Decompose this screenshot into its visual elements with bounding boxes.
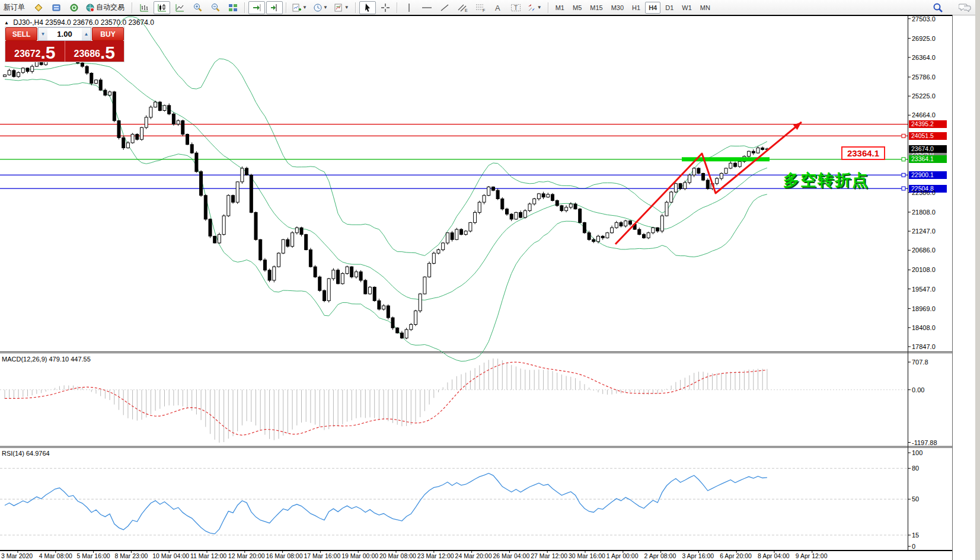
- mt4-window: { "toolbar": { "new_order_label": "新订单",…: [0, 0, 980, 560]
- volume-decrease-button[interactable]: ▼: [39, 28, 47, 40]
- time-axis-label: 8 Apr 04:00: [758, 552, 790, 559]
- sell-button[interactable]: SELL: [5, 27, 37, 41]
- rsi-axis-tick: 50: [912, 495, 919, 503]
- price-annotation-box[interactable]: 23364.1: [841, 146, 885, 160]
- price-line-label[interactable]: 23364.1: [909, 155, 947, 163]
- buy-price-pips: .5: [100, 45, 115, 60]
- trade-buttons-row: SELL ▼ ▲ BUY: [5, 27, 124, 41]
- time-axis-label: 3 Mar 2020: [1, 552, 33, 559]
- rsi-axis-tick: 80: [912, 465, 919, 472]
- rsi-indicator-label: RSI(14) 64.9764: [2, 450, 50, 457]
- time-axis-label: 3 Apr 16:00: [682, 552, 714, 559]
- sell-price-pips: .5: [40, 45, 55, 60]
- chart-header: ▲ DJ30-,H4 23594.0 23676.0 23570.0 23674…: [4, 18, 154, 27]
- price-axis-tick: 25225.0: [912, 92, 936, 100]
- rsi-axis-tick: 100: [912, 449, 922, 456]
- buy-button[interactable]: BUY: [92, 27, 124, 41]
- price-axis-tick: 17847.0: [912, 343, 936, 350]
- time-axis-label: 24 Mar 20:00: [455, 552, 492, 559]
- time-axis-label: 10 Mar 04:00: [152, 552, 189, 559]
- macd-axis-tick: 707.8: [912, 359, 928, 366]
- time-axis-label: 2 Apr 08:00: [644, 552, 676, 559]
- macd-indicator-label: MACD(12,26,9) 479.10 447.55: [2, 356, 91, 363]
- time-axis-label: 17 Mar 16:00: [304, 552, 340, 559]
- price-axis-tick: 21808.0: [912, 209, 936, 216]
- symbol-period-label: DJ30-,H4: [13, 18, 43, 27]
- price-axis-tick: 27503.0: [912, 15, 936, 23]
- time-axis-label: 12 Mar 20:00: [228, 552, 265, 559]
- window-edge: [975, 0, 980, 560]
- price-line-label: 23674.0: [909, 145, 947, 153]
- buy-price-main: 23686: [74, 47, 100, 60]
- volume-stepper: ▼ ▲: [38, 27, 91, 41]
- rsi-axis-tick: 0: [912, 543, 915, 550]
- price-axis-tick: 18408.0: [912, 324, 936, 331]
- price-line-label[interactable]: 22900.1: [909, 171, 947, 179]
- ohlc-values: 23594.0 23676.0 23570.0 23674.0: [45, 18, 154, 27]
- price-axis-tick: 20686.0: [912, 247, 936, 254]
- price-axis-tick: 21247.0: [912, 228, 936, 235]
- time-axis-label: 27 Mar 12:00: [531, 552, 567, 559]
- time-axis-label: 19 Mar 00:00: [341, 552, 378, 559]
- turning-point-note[interactable]: 多空转折点: [783, 169, 869, 191]
- time-axis-label: 26 Mar 04:00: [493, 552, 529, 559]
- macd-axis-tick: 0.00: [912, 386, 924, 393]
- time-axis-label: 4 Mar 08:00: [39, 552, 72, 559]
- price-axis-tick: 25786.0: [912, 73, 936, 81]
- price-axis-tick: 24664.0: [912, 111, 936, 119]
- macd-axis-tick: -1197.88: [912, 439, 937, 446]
- time-axis-label: 23 Mar 12:00: [417, 552, 454, 559]
- volume-input[interactable]: [47, 28, 82, 40]
- chart-canvas[interactable]: [0, 0, 980, 560]
- price-axis-tick: 18969.0: [912, 305, 936, 312]
- price-axis-tick: 26364.0: [912, 54, 936, 61]
- price-line-label[interactable]: 24395.2: [909, 120, 947, 128]
- time-axis-label: 9 Apr 12:00: [796, 552, 828, 559]
- collapse-panel-icon[interactable]: ▲: [4, 20, 9, 25]
- time-axis-label: 16 Mar 08:00: [266, 552, 303, 559]
- price-axis-tick: 19547.0: [912, 286, 936, 293]
- sell-price[interactable]: 23672 .5: [5, 41, 65, 62]
- time-axis-label: 11 Mar 12:00: [190, 552, 226, 559]
- time-axis-label: 20 Mar 08:00: [379, 552, 416, 559]
- sell-price-main: 23672: [14, 47, 41, 60]
- time-axis-label: 5 Mar 16:00: [77, 552, 110, 559]
- price-line-label[interactable]: 24051.5: [909, 132, 947, 140]
- price-axis-tick: 26925.0: [912, 35, 936, 42]
- time-axis-label: 8 Mar 23:00: [114, 552, 148, 559]
- volume-increase-button[interactable]: ▲: [82, 28, 91, 40]
- time-axis-label: 6 Apr 20:00: [720, 552, 752, 559]
- time-axis-label: 1 Apr 00:00: [606, 552, 639, 559]
- rsi-axis-tick: 15: [912, 532, 919, 539]
- price-axis-tick: 22386.0: [912, 189, 936, 196]
- time-axis-label: 30 Mar 16:00: [569, 552, 605, 559]
- one-click-trading-panel: SELL ▼ ▲ BUY 23672 .5 23686 .5: [5, 27, 125, 62]
- price-axis-tick: 20108.0: [912, 266, 936, 273]
- trade-prices-row: 23672 .5 23686 .5: [5, 41, 124, 62]
- buy-price[interactable]: 23686 .5: [65, 41, 125, 62]
